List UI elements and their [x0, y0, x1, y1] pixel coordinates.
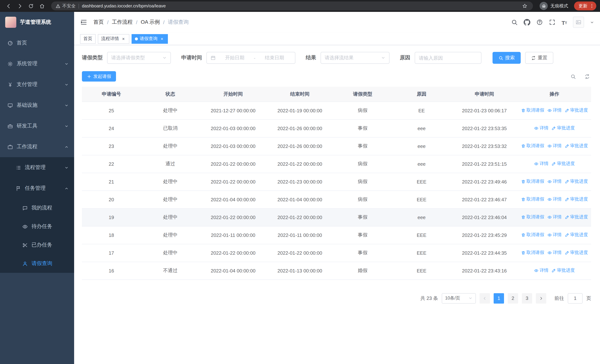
tag-close-icon[interactable]: × [159, 36, 165, 41]
prev-page-button[interactable] [479, 293, 490, 303]
goto-unit: 页 [586, 295, 591, 301]
status-cell: 不通过 [141, 262, 200, 280]
id-cell: 24 [82, 119, 141, 137]
tag-home[interactable]: 首页 [80, 34, 96, 44]
home-icon[interactable] [37, 1, 47, 11]
progress-action-link[interactable]: 审批进度 [565, 196, 588, 203]
reset-button[interactable]: 重置 [525, 52, 553, 64]
sidebar-item-devtools[interactable]: 研发工具 [0, 116, 74, 136]
detail-action-link[interactable]: 详情 [534, 267, 548, 274]
sidebar-item-task-mgmt[interactable]: 任务管理 [0, 178, 74, 199]
chevron-down-icon [469, 296, 472, 300]
tag-close-icon[interactable]: × [121, 36, 126, 41]
cancel-action-link[interactable]: 取消请假 [521, 143, 544, 149]
start-time-cell: 2022-01-04 00:00:00 [200, 262, 266, 280]
search-icon [498, 56, 503, 60]
sidebar-item-leave-query[interactable]: 请假查询 [0, 254, 74, 273]
cancel-action-link[interactable]: 取消请假 [521, 250, 544, 256]
reload-icon[interactable] [26, 1, 36, 11]
tag-leave-query[interactable]: 请假查询× [131, 34, 168, 44]
progress-action-link[interactable]: 审批进度 [565, 178, 588, 185]
back-icon[interactable] [4, 1, 13, 11]
detail-action-link[interactable]: 详情 [547, 143, 562, 149]
breadcrumb-item-0[interactable]: 首页 [94, 19, 104, 26]
refresh-table-icon[interactable] [583, 72, 591, 80]
cancel-action-link[interactable]: 取消请假 [521, 107, 544, 114]
reason-cell: eee [392, 208, 451, 226]
browser-menu-icon[interactable] [588, 2, 596, 10]
logo-row[interactable]: 芋道管理系统 [0, 12, 74, 33]
avatar[interactable] [573, 17, 584, 28]
sidebar-item-done-task[interactable]: 已办任务 [0, 236, 74, 254]
reason-input[interactable] [415, 52, 481, 64]
detail-action-link[interactable]: 详情 [547, 214, 562, 220]
search-button[interactable]: 搜索 [493, 52, 521, 64]
progress-action-link[interactable]: 审批进度 [565, 250, 588, 256]
progress-action-link[interactable]: 审批进度 [565, 107, 588, 114]
main: 首页/工作流程/OA 示例/请假查询 TT 首页流程详情×请假查询× 请假类型 [74, 12, 600, 364]
result-select[interactable]: 请选择流结果 [320, 52, 390, 64]
cancel-action-link[interactable]: 取消请假 [521, 214, 544, 220]
update-button[interactable]: 更新 [574, 1, 596, 10]
sidebar-item-my-process[interactable]: 我的流程 [0, 199, 74, 217]
sidebar-item-payment[interactable]: 支付管理 [0, 74, 74, 95]
tag-process-detail[interactable]: 流程详情× [98, 34, 129, 44]
chevron-down-icon [162, 56, 167, 60]
sidebar-item-infrastructure[interactable]: 基础设施 [0, 95, 74, 116]
cancel-action-link[interactable]: 取消请假 [521, 178, 544, 185]
cancel-action-link[interactable]: 取消请假 [521, 196, 544, 203]
progress-action-link[interactable]: 审批进度 [565, 214, 588, 220]
create-leave-button[interactable]: 发起请假 [82, 71, 116, 82]
detail-action-link[interactable]: 详情 [547, 232, 562, 238]
detail-action-link[interactable]: 详情 [547, 107, 562, 114]
flag-icon [16, 186, 21, 191]
progress-action-link[interactable]: 审批进度 [565, 143, 588, 149]
start-time-cell: 2022-01-22 00:00:00 [200, 244, 266, 262]
page-size-select[interactable]: 10条/页 [442, 293, 476, 303]
sidebar-item-process-mgmt[interactable]: 流程管理 [0, 157, 74, 178]
leave-type-select[interactable]: 请选择请假类型 [107, 52, 171, 64]
end-time-cell: 2022-01-11 00:00:00 [266, 226, 333, 244]
detail-action-link[interactable]: 详情 [534, 125, 548, 131]
trash-icon [521, 233, 525, 237]
sidebar-item-home[interactable]: 首页 [0, 33, 74, 53]
github-icon[interactable] [524, 19, 531, 26]
breadcrumb-item-1[interactable]: 工作流程 [112, 19, 133, 26]
cancel-action-link[interactable]: 取消请假 [521, 232, 544, 238]
detail-action-link[interactable]: 详情 [547, 196, 562, 203]
help-icon[interactable] [536, 19, 543, 26]
menu-fold-icon[interactable] [80, 19, 87, 26]
breadcrumb-item-2[interactable]: OA 示例 [141, 19, 160, 26]
detail-action-link[interactable]: 详情 [534, 161, 548, 167]
font-size-icon[interactable]: TT [562, 19, 567, 26]
security-warning[interactable]: 不安全 [56, 3, 75, 9]
progress-action-link[interactable]: 审批进度 [552, 267, 575, 274]
sidebar-item-todo-task[interactable]: 待办任务 [0, 217, 74, 236]
apply-time-range-picker[interactable]: 开始日期 - 结束日期 [206, 52, 295, 64]
toggle-search-icon[interactable] [569, 72, 577, 80]
sidebar-item-workflow[interactable]: 工作流程 [0, 136, 74, 157]
detail-action-link[interactable]: 详情 [547, 178, 562, 185]
start-time-cell: 2022-01-03 00:00:00 [200, 119, 266, 137]
progress-action-link[interactable]: 审批进度 [552, 161, 575, 167]
page-button-1[interactable]: 1 [494, 293, 504, 303]
page-size-value: 10条/页 [445, 295, 460, 301]
progress-action-link[interactable]: 审批进度 [552, 125, 575, 131]
leave-type-cell: 事假 [333, 119, 392, 137]
detail-action-link[interactable]: 详情 [547, 250, 562, 256]
avatar-chevron-down-icon[interactable] [590, 20, 594, 24]
next-page-button[interactable] [536, 293, 546, 303]
bookmark-star-icon[interactable] [521, 2, 528, 10]
fullscreen-icon[interactable] [549, 19, 556, 26]
page-button-2[interactable]: 2 [508, 293, 518, 303]
sidebar-item-system[interactable]: 系统管理 [0, 53, 74, 74]
goto-page-input[interactable] [568, 293, 582, 303]
apply-time-cell: 2022-01-22 23:45:29 [451, 226, 518, 244]
forward-icon[interactable] [15, 1, 24, 11]
page-button-3[interactable]: 3 [522, 293, 532, 303]
result-placeholder: 请选择流结果 [325, 55, 354, 61]
search-icon[interactable] [511, 19, 518, 26]
address-bar[interactable]: 不安全 dashboard.yudao.iocoder.cn/bpm/oa/le… [51, 1, 533, 10]
tags-bar: 首页流程详情×请假查询× [74, 33, 600, 45]
progress-action-link[interactable]: 审批进度 [565, 232, 588, 238]
